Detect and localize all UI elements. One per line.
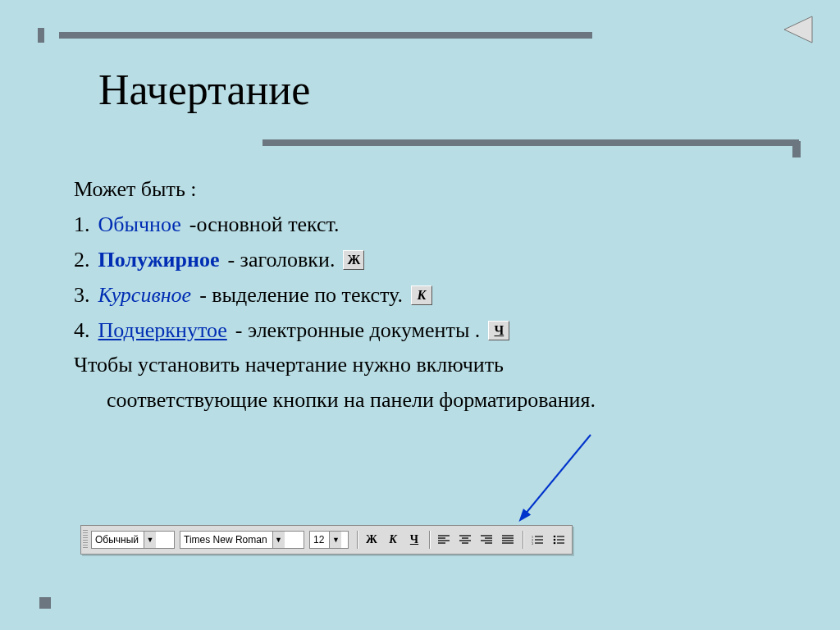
chevron-down-icon[interactable]: ▼ <box>272 532 285 548</box>
separator <box>429 531 431 549</box>
toolbar-grip[interactable] <box>83 530 88 550</box>
chevron-down-icon[interactable]: ▼ <box>329 532 341 548</box>
font-combo[interactable]: Times New Roman ▼ <box>180 531 304 549</box>
decoration-footer-square <box>39 597 51 609</box>
size-combo[interactable]: 12 ▼ <box>309 531 349 549</box>
content: Может быть : 1.Обычное-основной текст. 2… <box>74 172 746 418</box>
label-bold: Полужирное <box>98 243 220 278</box>
numbered-list-button[interactable]: 123 <box>527 530 547 550</box>
list-item-1: 1.Обычное-основной текст. <box>74 208 746 243</box>
bold-button[interactable]: Ж <box>362 530 381 550</box>
decoration-top-bar <box>59 32 592 39</box>
chevron-down-icon[interactable]: ▼ <box>144 532 156 548</box>
back-button[interactable] <box>783 15 815 44</box>
svg-point-27 <box>554 536 556 538</box>
bold-icon: Ж <box>343 250 364 270</box>
italic-icon: К <box>411 285 432 305</box>
svg-point-29 <box>554 542 556 545</box>
italic-button[interactable]: К <box>383 530 403 550</box>
underline-icon: Ч <box>488 321 509 340</box>
separator <box>357 531 358 549</box>
separator <box>523 531 524 549</box>
align-center-button[interactable] <box>455 530 475 550</box>
decoration-shadow <box>792 141 801 158</box>
label-regular: Обычное <box>98 208 181 243</box>
decoration-tick <box>38 28 44 43</box>
label-underline: Подчеркнутое <box>98 313 227 349</box>
tail-line-1: Чтобы установить начертание нужно включи… <box>74 348 746 383</box>
align-left-button[interactable] <box>434 530 454 550</box>
slide: Начертание Может быть : 1.Обычное-основн… <box>0 0 840 630</box>
svg-point-28 <box>554 539 556 541</box>
list-item-2: 2.Полужирное- заголовки. Ж <box>74 243 746 278</box>
slide-title: Начертание <box>98 66 310 114</box>
bullet-list-button[interactable] <box>549 530 568 550</box>
formatting-toolbar: Обычный ▼ Times New Roman ▼ 12 ▼ Ж К Ч <box>80 525 573 555</box>
svg-line-1 <box>521 435 591 519</box>
svg-marker-0 <box>784 16 812 43</box>
style-combo[interactable]: Обычный ▼ <box>91 531 175 549</box>
align-justify-button[interactable] <box>498 530 518 550</box>
list-item-4: 4.Подчеркнутое- электронные документы . … <box>74 313 746 349</box>
tail-line-2: соответствующие кнопки на панели формати… <box>74 383 746 418</box>
decoration-under-bar <box>262 139 799 146</box>
svg-text:3: 3 <box>532 541 533 545</box>
label-italic: Курсивное <box>98 278 192 313</box>
list-item-3: 3.Курсивное- выделение по тексту. К <box>74 278 746 313</box>
underline-button[interactable]: Ч <box>404 530 424 550</box>
align-right-button[interactable] <box>477 530 496 550</box>
pointer-arrow-icon <box>513 431 611 529</box>
intro-text: Может быть : <box>74 172 746 208</box>
